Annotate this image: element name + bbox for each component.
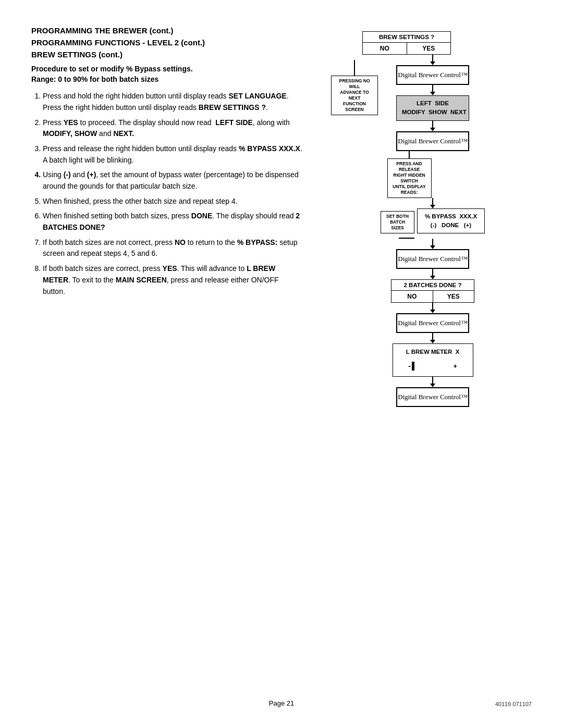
page-footer: Page 21	[0, 699, 563, 707]
step-6: When finished setting both batch sizes, …	[43, 211, 302, 233]
yes-branch: Digital Brewer Control™ LEFT SIDEMODIFY …	[381, 55, 485, 407]
bypass-row: SET BOTHBATCH SIZES % BYPASS XXX.X(-) DO…	[381, 208, 485, 239]
sub-title: PROGRAMMING FUNCTIONS - LEVEL 2 (cont.)	[31, 38, 302, 47]
step-4: Using (-) and (+), set the amount of byp…	[43, 169, 302, 192]
section-title: BREW SETTINGS (cont.)	[31, 50, 302, 59]
no-label-1: NO	[363, 43, 407, 54]
noyes-row-1: NO YES	[362, 43, 451, 55]
step-2: Press YES to proceed. The display should…	[43, 117, 302, 140]
step-5: When finished, press the other batch siz…	[43, 196, 302, 207]
screen-4: Digital Brewer Control™	[396, 313, 469, 333]
main-title: PROGRAMMING THE BREWER (cont.)	[31, 26, 302, 35]
screen-3: Digital Brewer Control™	[396, 249, 469, 269]
doc-number: 40119 071107	[495, 701, 532, 707]
batches-done-box: 2 BATCHES DONE ?	[391, 279, 474, 291]
batches-no-label: NO	[391, 291, 433, 302]
noyes-row-2: NO YES	[391, 291, 474, 303]
screen-2: Digital Brewer Control™	[396, 131, 469, 151]
bypass-box: % BYPASS XXX.X(-) DONE (+)	[417, 208, 485, 234]
pressing-no-note: PRESSING NO WILLADVANCE TO NEXTFUNCTION …	[331, 76, 378, 115]
steps-list: Press and hold the right hidden button u…	[31, 91, 302, 297]
screen-1: Digital Brewer Control™	[396, 65, 469, 85]
no-branch: PRESSING NO WILLADVANCE TO NEXTFUNCTION …	[328, 55, 381, 407]
brew-settings-box: BREW SETTINGS ?	[362, 31, 451, 43]
step-7: If both batch sizes are not correct, pre…	[43, 237, 302, 260]
left-column: PROGRAMMING THE BREWER (cont.) PROGRAMMI…	[31, 26, 302, 407]
batches-yes-label: YES	[433, 291, 474, 302]
flowchart-column: BREW SETTINGS ? NO YES PRESSING NO WILLA…	[318, 26, 495, 407]
yes-label-1: YES	[407, 43, 451, 54]
page-number: Page 21	[269, 699, 294, 707]
screen-5: Digital Brewer Control™	[396, 387, 469, 407]
brew-meter-box: L BREW METER X -▌ +	[393, 343, 473, 377]
step-8: If both batch sizes are correct, press Y…	[43, 263, 302, 297]
left-side-box: LEFT SIDEMODIFY SHOW NEXT	[396, 95, 469, 121]
step-1: Press and hold the right hidden button u…	[43, 91, 302, 113]
step-3: Press and release the right hidden butto…	[43, 143, 302, 166]
set-both-note: SET BOTHBATCH SIZES	[381, 211, 414, 233]
press-release-note: PRESS AND RELEASERIGHT HIDDEN SWITCHUNTI…	[387, 158, 432, 198]
procedure-title: Procedure to set or modify % Bypass sett…	[31, 64, 302, 84]
flowchart: BREW SETTINGS ? NO YES PRESSING NO WILLA…	[318, 26, 495, 407]
branch-row-1: PRESSING NO WILLADVANCE TO NEXTFUNCTION …	[328, 55, 485, 407]
